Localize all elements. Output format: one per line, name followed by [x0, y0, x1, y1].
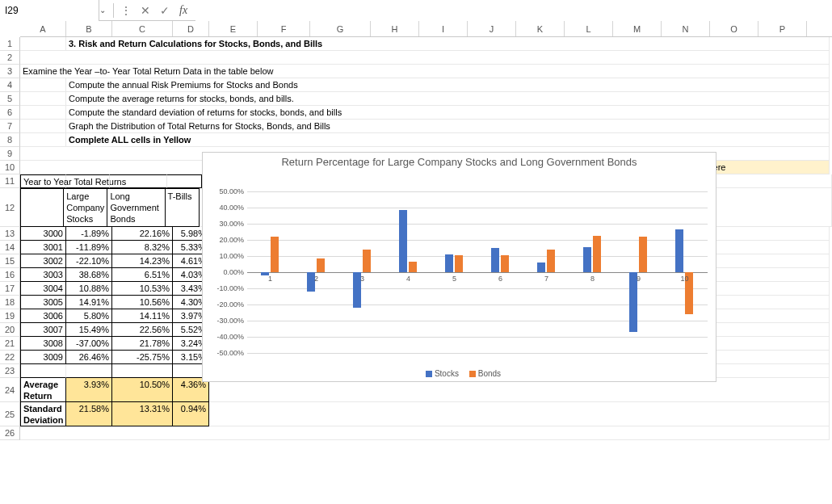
col-header-B[interactable]: B	[66, 21, 112, 36]
year-3[interactable]: 3003	[20, 268, 66, 282]
instr-2[interactable]: Compute the average returns for stocks, …	[66, 92, 830, 106]
row-num-5[interactable]: 5	[0, 92, 20, 106]
col-header-M[interactable]: M	[613, 21, 662, 36]
fx-icon[interactable]: fx	[174, 4, 195, 17]
col-header-E[interactable]: E	[209, 21, 258, 36]
row-num-11[interactable]: 11	[0, 174, 20, 188]
year-7[interactable]: 3007	[20, 323, 66, 337]
stocks-1[interactable]: -11.89%	[66, 241, 112, 254]
col-header-L[interactable]: L	[565, 21, 613, 36]
col-header-K[interactable]: K	[516, 21, 565, 36]
avg-bonds[interactable]: 10.50%	[112, 378, 173, 402]
avg-stocks[interactable]: 3.93%	[66, 378, 112, 402]
row-num-7[interactable]: 7	[0, 120, 20, 133]
row-num-2[interactable]: 2	[0, 51, 20, 65]
page-title[interactable]: 3. Risk and Return Calculations for Stoc…	[66, 37, 830, 51]
bonds-4[interactable]: 10.53%	[112, 282, 173, 296]
row-num-16[interactable]: 16	[0, 268, 20, 282]
name-box[interactable]	[0, 0, 99, 21]
col-header-O[interactable]: O	[710, 21, 758, 36]
bonds-8[interactable]: 21.78%	[112, 337, 173, 351]
t1-title-A[interactable]: Year to Year Total Returns	[20, 174, 66, 188]
cell-A23[interactable]	[20, 364, 66, 378]
row-num-8[interactable]: 8	[0, 133, 20, 147]
cell-A5[interactable]	[20, 92, 66, 106]
row-num-1[interactable]: 1	[0, 37, 20, 51]
instr-4[interactable]: Graph the Distribution of Total Returns …	[66, 120, 830, 133]
row-num-25[interactable]: 25	[0, 402, 20, 426]
cell-B23[interactable]	[66, 364, 112, 378]
bonds-5[interactable]: 10.56%	[112, 296, 173, 309]
col-header-A[interactable]: A	[20, 21, 66, 36]
confirm-icon[interactable]: ✓	[155, 0, 174, 21]
year-5[interactable]: 3005	[20, 296, 66, 309]
stocks-0[interactable]: -1.89%	[66, 227, 112, 241]
bonds-6[interactable]: 14.11%	[112, 309, 173, 323]
std-stocks[interactable]: 21.58%	[66, 402, 112, 426]
stocks-7[interactable]: 15.49%	[66, 323, 112, 337]
avg-label[interactable]: Average Return	[20, 378, 66, 402]
col-header-C[interactable]: C	[112, 21, 173, 36]
embedded-chart[interactable]: Return Percentage for Large Company Stoc…	[202, 152, 716, 382]
year-4[interactable]: 3004	[20, 282, 66, 296]
stocks-3[interactable]: 38.68%	[66, 268, 112, 282]
row-num-13[interactable]: 13	[0, 227, 20, 241]
cell-A4[interactable]	[20, 78, 66, 92]
row-num-9[interactable]: 9	[0, 147, 20, 161]
instr-5[interactable]: Complete ALL cells in Yellow	[66, 133, 830, 147]
col-header-P[interactable]: P	[758, 21, 807, 36]
std-label[interactable]: Standard Deviation	[20, 402, 66, 426]
stocks-6[interactable]: 5.80%	[66, 309, 112, 323]
t1-title-C[interactable]	[110, 174, 167, 188]
row-num-18[interactable]: 18	[0, 296, 20, 309]
cell-A6[interactable]	[20, 106, 66, 120]
instr-3[interactable]: Compute the standard deviation of return…	[66, 106, 830, 120]
intro-line[interactable]: Examine the Year –to- Year Total Return …	[20, 65, 830, 78]
year-0[interactable]: 3000	[20, 227, 66, 241]
bonds-3[interactable]: 6.51%	[112, 268, 173, 282]
row-num-26[interactable]: 26	[0, 426, 20, 440]
col-header-J[interactable]: J	[468, 21, 516, 36]
stocks-4[interactable]: 10.88%	[66, 282, 112, 296]
year-2[interactable]: 3002	[20, 254, 66, 268]
row-num-15[interactable]: 15	[0, 254, 20, 268]
bonds-9[interactable]: -25.75%	[112, 351, 173, 364]
bonds-0[interactable]: 22.16%	[112, 227, 173, 241]
year-9[interactable]: 3009	[20, 351, 66, 364]
cancel-icon[interactable]: ✕	[136, 0, 155, 21]
col-header-G[interactable]: G	[310, 21, 371, 36]
cell-A8[interactable]	[20, 133, 66, 147]
row-num-17[interactable]: 17	[0, 282, 20, 296]
row-num-20[interactable]: 20	[0, 323, 20, 337]
t1-h1[interactable]: Large Company Stocks	[64, 188, 107, 227]
row-num-21[interactable]: 21	[0, 337, 20, 351]
cell-row26[interactable]	[20, 426, 830, 440]
std-bonds[interactable]: 13.31%	[112, 402, 173, 426]
row-num-10[interactable]: 10	[0, 161, 20, 174]
row-num-24[interactable]: 24	[0, 378, 20, 402]
col-header-N[interactable]: N	[662, 21, 710, 36]
row-num-23[interactable]: 23	[0, 364, 20, 378]
row-num-14[interactable]: 14	[0, 241, 20, 254]
row-num-6[interactable]: 6	[0, 106, 20, 120]
bonds-2[interactable]: 14.23%	[112, 254, 173, 268]
col-header-I[interactable]: I	[419, 21, 468, 36]
formula-input[interactable]	[195, 0, 832, 21]
stocks-2[interactable]: -22.10%	[66, 254, 112, 268]
year-1[interactable]: 3001	[20, 241, 66, 254]
bonds-1[interactable]: 8.32%	[112, 241, 173, 254]
row-num-3[interactable]: 3	[0, 65, 20, 78]
cell-row2[interactable]	[20, 51, 830, 65]
row-num-12[interactable]: 12	[0, 188, 20, 227]
col-header-D[interactable]: D	[173, 21, 209, 36]
stocks-5[interactable]: 14.91%	[66, 296, 112, 309]
cell-A7[interactable]	[20, 120, 66, 133]
t1-h0[interactable]	[20, 188, 64, 227]
row-num-19[interactable]: 19	[0, 309, 20, 323]
t1-h2[interactable]: Long Government Bonds	[107, 188, 165, 227]
options-icon[interactable]: ⋮	[116, 0, 136, 21]
row-num-4[interactable]: 4	[0, 78, 20, 92]
t1-title-B[interactable]	[66, 174, 110, 188]
name-box-dropdown-icon[interactable]: ⌄	[99, 6, 111, 15]
cell-A1[interactable]	[20, 37, 66, 51]
